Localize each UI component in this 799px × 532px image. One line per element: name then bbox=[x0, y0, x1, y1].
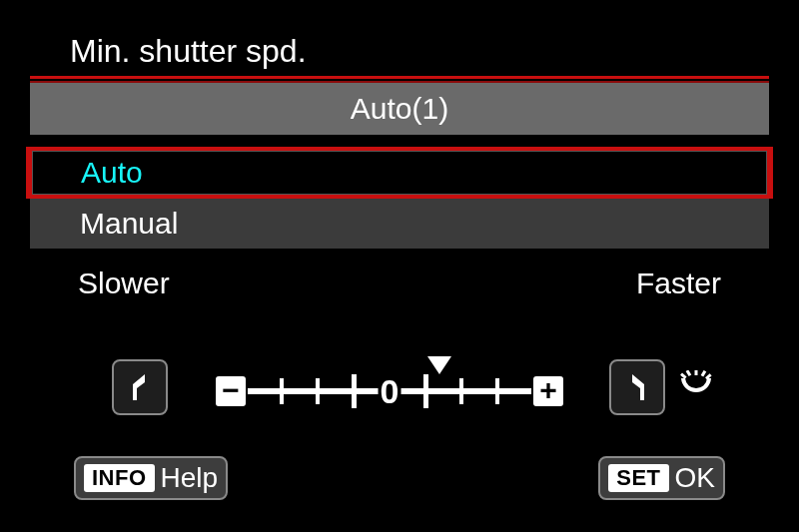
set-button[interactable]: SET OK bbox=[598, 456, 725, 500]
info-button[interactable]: INFO Help bbox=[74, 456, 228, 500]
minus-icon: − bbox=[216, 376, 246, 406]
svg-rect-3 bbox=[701, 370, 707, 377]
info-tag: INFO bbox=[84, 464, 155, 492]
svg-rect-1 bbox=[686, 370, 692, 376]
scale-center-label: 0 bbox=[379, 372, 401, 411]
scale-tick bbox=[352, 374, 357, 408]
divider-red bbox=[30, 76, 769, 79]
info-label: Help bbox=[161, 462, 219, 494]
scale-marker-icon bbox=[427, 356, 451, 374]
option-auto-label: Auto bbox=[81, 156, 143, 190]
plus-icon: + bbox=[533, 376, 563, 406]
scale-label-faster: Faster bbox=[636, 266, 721, 300]
set-tag: SET bbox=[608, 464, 668, 492]
nav-left-button[interactable] bbox=[112, 359, 168, 415]
scale-label-slower: Slower bbox=[78, 266, 170, 300]
scale-tick bbox=[423, 374, 428, 408]
scale-tick bbox=[316, 378, 320, 404]
option-manual-label: Manual bbox=[80, 207, 178, 241]
nav-right-button[interactable] bbox=[609, 359, 665, 415]
page-title: Min. shutter spd. bbox=[30, 23, 769, 76]
option-auto[interactable]: Auto bbox=[26, 147, 773, 199]
return-arrow-down-icon bbox=[624, 372, 650, 402]
svg-rect-2 bbox=[695, 370, 698, 375]
svg-rect-0 bbox=[680, 373, 687, 379]
scale-tick bbox=[280, 378, 284, 404]
scale-tick bbox=[495, 378, 499, 404]
dial-icon bbox=[679, 370, 713, 398]
current-value: Auto(1) bbox=[351, 92, 448, 126]
scale-tick bbox=[459, 378, 463, 404]
set-label: OK bbox=[675, 462, 715, 494]
return-arrow-up-icon bbox=[127, 372, 153, 402]
option-manual[interactable]: Manual bbox=[30, 199, 769, 249]
current-value-bar: Auto(1) bbox=[30, 83, 769, 135]
